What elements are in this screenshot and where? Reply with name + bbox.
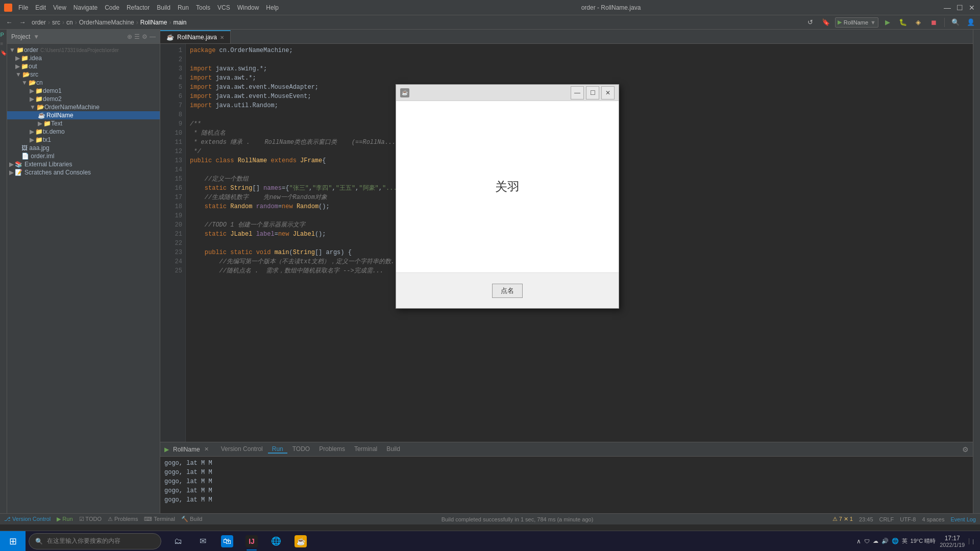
tool-filter[interactable]: ⚙ [142, 33, 148, 40]
run-tool-settings[interactable]: ⚙ [962, 445, 969, 454]
tab-version-control[interactable]: Version Control [217, 445, 267, 454]
floating-maximize[interactable]: ☐ [586, 86, 599, 99]
close-tab-button[interactable]: ✕ [220, 35, 224, 40]
taskbar-search[interactable]: 🔍 在这里输入你要搜索的内容 [29, 533, 161, 549]
project-dropdown-icon[interactable]: ▼ [33, 33, 39, 40]
run-panel-close[interactable]: ✕ [204, 446, 209, 453]
toolbar-bookmark[interactable]: 🔖 [820, 17, 832, 28]
tab-build[interactable]: Build [382, 445, 404, 454]
tab-terminal[interactable]: Terminal [350, 445, 381, 454]
breadcrumb-order[interactable]: order [32, 19, 46, 26]
menu-help[interactable]: Help [266, 4, 279, 11]
menu-file[interactable]: File [18, 4, 28, 11]
search-button[interactable]: 🔍 [949, 17, 962, 28]
toolbar-forward[interactable]: → [16, 17, 29, 28]
event-log[interactable]: Event Log [950, 516, 976, 522]
tray-icons[interactable]: ∧ [856, 538, 861, 545]
start-button[interactable]: ⊞ [0, 531, 26, 552]
encoding[interactable]: UTF-8 [900, 516, 916, 522]
taskbar-app-widgets[interactable]: 🗂 [166, 531, 190, 552]
tab-todo[interactable]: TODO [288, 445, 314, 454]
breadcrumb-rollname[interactable]: RollName [140, 19, 167, 26]
show-desktop-button[interactable]: | [969, 538, 974, 544]
structure-icon[interactable]: ≡ [1, 41, 7, 47]
menu-view[interactable]: View [53, 4, 66, 11]
tree-item-orderiml[interactable]: 📄 order.iml [7, 152, 160, 160]
settings-button[interactable]: 👤 [965, 17, 977, 28]
breadcrumb-cn[interactable]: cn [66, 19, 73, 26]
tree-item-ordernamemachine[interactable]: ▼ 📂 OrderNameMachine [7, 103, 160, 111]
tool-minimize[interactable]: — [150, 33, 156, 40]
tab-problems[interactable]: Problems [315, 445, 349, 454]
tree-item-demo1[interactable]: ▶ 📁 demo1 [7, 87, 160, 95]
terminal-status[interactable]: ⌨ Terminal [144, 516, 175, 522]
tree-item-rollname[interactable]: ☕ RollName [7, 111, 160, 119]
roll-name-button[interactable]: 点名 [492, 284, 523, 298]
language-indicator[interactable]: 英 [902, 537, 908, 545]
project-icon[interactable]: P [1, 32, 7, 38]
close-button[interactable]: ✕ [968, 4, 976, 12]
tree-item-cn[interactable]: ▼ 📂 cn [7, 79, 160, 87]
run-config-dropdown[interactable]: ▶ RollName ▼ [835, 17, 878, 28]
run-status[interactable]: ▶ Run [57, 516, 72, 522]
tree-item-text[interactable]: ▶ 📁 Text [7, 119, 160, 128]
line-ending[interactable]: CRLF [879, 516, 894, 522]
tree-item-out[interactable]: ▶ 📁 out [7, 62, 160, 70]
maximize-button[interactable]: ☐ [955, 4, 964, 12]
indent[interactable]: 4 spaces [922, 516, 944, 522]
toolbar-sync[interactable]: ↺ [804, 17, 817, 28]
warnings-indicator[interactable]: ⚠ 7 ✕ 1 [832, 516, 853, 522]
tree-item-demo2[interactable]: ▶ 📁 demo2 [7, 95, 160, 103]
breadcrumb-src[interactable]: src [52, 19, 60, 26]
menu-refactor[interactable]: Refactor [127, 4, 150, 11]
tool-locate[interactable]: ⊕ [127, 33, 132, 40]
breadcrumb-ordernamemachine[interactable]: OrderNameMachine [79, 19, 134, 26]
taskbar-app-mail[interactable]: ✉ [191, 531, 214, 552]
minimize-button[interactable]: — [943, 4, 951, 12]
taskbar-app-settings[interactable]: 🛍 [215, 531, 239, 552]
problems-status[interactable]: ⚠ Problems [108, 516, 138, 522]
breadcrumb-main[interactable]: main [173, 19, 186, 26]
menu-window[interactable]: Window [237, 4, 259, 11]
tree-item-aaajpg[interactable]: 🖼 aaa.jpg [7, 144, 160, 152]
tab-rollname[interactable]: ☕ RollName.java ✕ [160, 30, 231, 43]
network-icon[interactable]: 🌐 [892, 538, 899, 544]
menu-vcs[interactable]: VCS [217, 4, 230, 11]
tree-item-src[interactable]: ▼ 📂 src [7, 70, 160, 79]
tree-item-txdemo[interactable]: ▶ 📁 tx.demo [7, 128, 160, 136]
stop-button[interactable]: ◼ [927, 17, 940, 28]
run-output-2: gogo, lat M M [164, 468, 969, 477]
tree-item-order[interactable]: ▼ 📁 order C:\Users\17331\IdeaProjects\or… [7, 46, 160, 54]
folder-icon-onm: 📂 [37, 104, 44, 111]
version-control-status[interactable]: ⎇ Version Control [4, 516, 51, 522]
menu-edit[interactable]: Edit [35, 4, 46, 11]
taskbar-clock[interactable]: 17:17 2022/1/19 [940, 535, 965, 548]
menu-code[interactable]: Code [105, 4, 119, 11]
floating-minimize[interactable]: — [571, 86, 584, 99]
floating-close[interactable]: ✕ [601, 86, 615, 99]
run-panel-tools: ⚙ [962, 445, 969, 454]
taskbar-app-java[interactable]: ☕ [289, 531, 312, 552]
taskbar-app-idea[interactable]: IJ [240, 531, 263, 552]
bookmarks-icon[interactable]: 🔖 [1, 50, 7, 56]
menu-tools[interactable]: Tools [196, 4, 210, 11]
menu-build[interactable]: Build [157, 4, 170, 11]
tab-run[interactable]: Run [268, 445, 287, 454]
clock-date: 2022/1/19 [940, 542, 965, 548]
run-button[interactable]: ▶ [881, 17, 894, 28]
toolbar-back[interactable]: ← [3, 17, 15, 28]
coverage-button[interactable]: ◈ [912, 17, 924, 28]
tree-item-extlibs[interactable]: ▶ 📚 External Libraries [7, 160, 160, 168]
tree-item-scratches[interactable]: ▶ 📝 Scratches and Consoles [7, 168, 160, 177]
todo-status[interactable]: ☑ TODO [79, 516, 102, 522]
tree-item-tx1[interactable]: ▶ 📁 tx1 [7, 136, 160, 144]
menu-navigate[interactable]: Navigate [74, 4, 97, 11]
breadcrumb-sep1: › [48, 19, 50, 26]
volume-icon[interactable]: 🔊 [881, 538, 889, 544]
taskbar-app-edge[interactable]: 🌐 [264, 531, 288, 552]
tree-item-idea[interactable]: ▶ 📁 .idea [7, 54, 160, 62]
tool-collapse[interactable]: ☰ [134, 33, 140, 40]
menu-run[interactable]: Run [178, 4, 189, 11]
build-status[interactable]: 🔨 Build [181, 516, 203, 522]
debug-button[interactable]: 🐛 [897, 17, 909, 28]
